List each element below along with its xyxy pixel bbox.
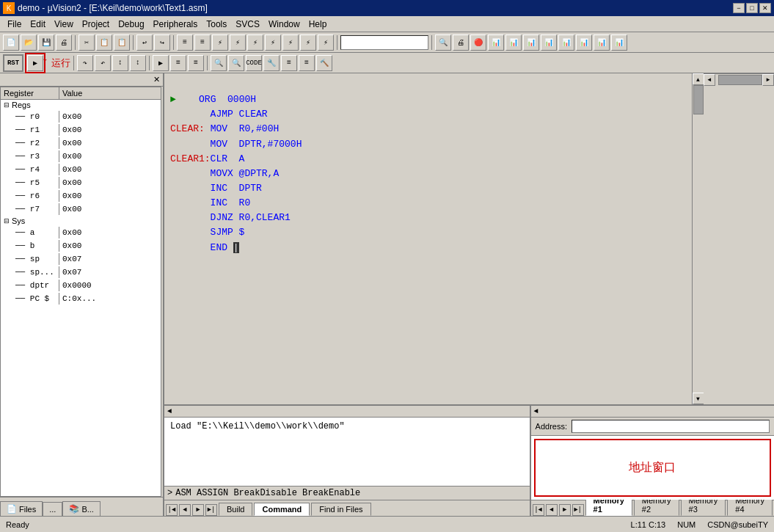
tb-cut[interactable]: ✂ bbox=[79, 34, 95, 51]
tb-mem1[interactable]: ≡ bbox=[281, 55, 297, 71]
menu-edit[interactable]: Edit bbox=[26, 18, 50, 31]
menu-tools[interactable]: Tools bbox=[202, 18, 231, 31]
regs-group-header[interactable]: ⊟ Regs bbox=[1, 100, 161, 110]
tb-find[interactable]: 🔍 bbox=[435, 34, 451, 51]
editor-scrollbar-v[interactable]: ▲ ▼ bbox=[692, 73, 704, 404]
tb-b5[interactable]: ⚡ bbox=[247, 34, 263, 51]
tb-wrench[interactable]: 🔧 bbox=[263, 55, 280, 71]
menu-view[interactable]: View bbox=[50, 18, 78, 31]
menu-svcs[interactable]: SVCS bbox=[231, 18, 264, 31]
tb-b1[interactable]: ≡ bbox=[177, 34, 193, 51]
mem-nav-last[interactable]: ►| bbox=[572, 504, 584, 516]
reg-val-r3[interactable]: 0x00 bbox=[59, 150, 133, 162]
reg-val-dptr[interactable]: 0x0000 bbox=[59, 280, 133, 291]
menu-file[interactable]: File bbox=[3, 18, 26, 31]
tb-new[interactable]: 📄 bbox=[3, 34, 19, 51]
tb-open[interactable]: 📂 bbox=[21, 34, 37, 51]
reg-val-r5[interactable]: 0x00 bbox=[59, 177, 133, 189]
menu-help[interactable]: Help bbox=[304, 18, 332, 31]
tab-nav-first[interactable]: |◄ bbox=[166, 504, 178, 516]
tb-disasm[interactable]: ≡ bbox=[188, 55, 204, 71]
rst-button[interactable]: RST bbox=[3, 54, 23, 72]
scroll-track[interactable] bbox=[693, 85, 704, 393]
sys-group-header[interactable]: ⊟ Sys bbox=[1, 216, 161, 226]
reg-val-b[interactable]: 0x00 bbox=[59, 240, 133, 252]
menu-window[interactable]: Window bbox=[264, 18, 304, 31]
code-editor[interactable]: ► ORG 0000H AJMP CLEAR CLEAR: MOV R0,#00… bbox=[164, 73, 692, 404]
reg-val-r7[interactable]: 0x00 bbox=[59, 203, 133, 215]
tb-r5[interactable]: 📊 bbox=[558, 34, 574, 51]
scroll-down-btn[interactable]: ▼ bbox=[693, 393, 704, 404]
reg-val-r2[interactable]: 0x00 bbox=[59, 137, 133, 149]
tab-build[interactable]: Build bbox=[219, 503, 252, 516]
reg-val-a[interactable]: 0x00 bbox=[59, 227, 133, 238]
tb-b2[interactable]: ≡ bbox=[194, 34, 211, 51]
search-input[interactable] bbox=[340, 35, 428, 50]
reg-val-r0[interactable]: 0x00 bbox=[59, 111, 133, 123]
tb-r6[interactable]: 📊 bbox=[576, 34, 592, 51]
tb-mem2[interactable]: ≡ bbox=[299, 55, 315, 71]
tab-nav-last[interactable]: ►| bbox=[205, 504, 217, 516]
tb-copy[interactable]: 📋 bbox=[96, 34, 112, 51]
tb-b7[interactable]: ⚡ bbox=[282, 34, 299, 51]
tab-nav-next[interactable]: ► bbox=[192, 504, 204, 516]
tb-code[interactable]: CODE bbox=[246, 55, 262, 71]
tb-step-over[interactable]: ↷ bbox=[77, 55, 93, 71]
tb-r7[interactable]: 📊 bbox=[594, 34, 610, 51]
tb-step-out[interactable]: ↕ bbox=[112, 55, 128, 71]
menu-project[interactable]: Project bbox=[78, 18, 114, 31]
close-button[interactable]: ✕ bbox=[759, 3, 771, 13]
editor-scrollbar-h[interactable]: ◄ ► bbox=[704, 73, 774, 85]
h-scroll-thumb[interactable] bbox=[718, 75, 762, 85]
tb-save[interactable]: 💾 bbox=[38, 34, 54, 51]
reg-val-r6[interactable]: 0x00 bbox=[59, 190, 133, 202]
output-text-area[interactable]: Load "E:\\Keil\\demo\\work\\demo" bbox=[164, 418, 530, 486]
tb-redo[interactable]: ↪ bbox=[154, 34, 170, 51]
tb-r8[interactable]: 📊 bbox=[611, 34, 627, 51]
tb-watch2[interactable]: 🔍 bbox=[228, 55, 244, 71]
minimize-button[interactable]: − bbox=[733, 3, 745, 13]
tb-step-into[interactable]: ↶ bbox=[95, 55, 111, 71]
maximize-button[interactable]: □ bbox=[746, 3, 758, 13]
tb-b4[interactable]: ⚡ bbox=[230, 34, 246, 51]
tab-ellipsis[interactable]: ... bbox=[43, 502, 62, 516]
menu-debug[interactable]: Debug bbox=[114, 18, 148, 31]
tb-stop[interactable]: 🔴 bbox=[470, 34, 486, 51]
tb-run2[interactable]: ▶ bbox=[153, 55, 169, 71]
tb-r2[interactable]: 📊 bbox=[505, 34, 522, 51]
reg-val-r4[interactable]: 0x00 bbox=[59, 164, 133, 175]
mem-nav-next[interactable]: ► bbox=[559, 504, 571, 516]
mem-nav-first[interactable]: |◄ bbox=[533, 504, 544, 516]
tab-find-in-files[interactable]: Find in Files bbox=[311, 503, 370, 516]
reg-val-sp[interactable]: 0x07 bbox=[59, 253, 133, 265]
tb-undo[interactable]: ↩ bbox=[136, 34, 153, 51]
tab-nav-prev[interactable]: ◄ bbox=[179, 504, 191, 516]
tab-b[interactable]: 📚 B... bbox=[62, 501, 101, 516]
tb-hammer[interactable]: 🔨 bbox=[316, 55, 332, 71]
scroll-thumb[interactable] bbox=[693, 85, 704, 114]
title-bar-controls[interactable]: − □ ✕ bbox=[733, 3, 771, 13]
tab-command[interactable]: Command bbox=[254, 503, 310, 516]
tab-files[interactable]: 📄 Files bbox=[0, 501, 43, 516]
tb-r4[interactable]: 📊 bbox=[541, 34, 557, 51]
reg-val-r1[interactable]: 0x00 bbox=[59, 124, 133, 136]
tb-b8[interactable]: ⚡ bbox=[300, 34, 316, 51]
registers-close[interactable]: ✕ bbox=[153, 75, 160, 84]
h-scroll-track[interactable] bbox=[715, 75, 762, 85]
scroll-left-btn[interactable]: ◄ bbox=[704, 74, 715, 86]
tb-paste[interactable]: 📋 bbox=[114, 34, 130, 51]
tb-r3[interactable]: 📊 bbox=[523, 34, 539, 51]
tb-print[interactable]: 🖨 bbox=[56, 34, 72, 51]
tb-print2[interactable]: 🖨 bbox=[453, 34, 469, 51]
reg-val-pc[interactable]: C:0x... bbox=[59, 293, 133, 305]
tb-b6[interactable]: ⚡ bbox=[265, 34, 281, 51]
tb-watch1[interactable]: 🔍 bbox=[211, 55, 227, 71]
reg-val-sp2[interactable]: 0x07 bbox=[59, 266, 133, 278]
menu-peripherals[interactable]: Peripherals bbox=[149, 18, 202, 31]
scroll-up-btn[interactable]: ▲ bbox=[693, 73, 704, 85]
tb-b9[interactable]: ⚡ bbox=[318, 34, 334, 51]
tb-b3[interactable]: ⚡ bbox=[212, 34, 228, 51]
tb-r1[interactable]: 📊 bbox=[488, 34, 504, 51]
tb-step-d[interactable]: ↕ bbox=[130, 55, 146, 71]
scroll-right-btn[interactable]: ► bbox=[762, 74, 774, 86]
